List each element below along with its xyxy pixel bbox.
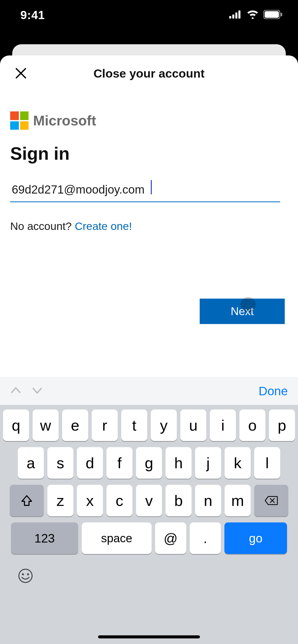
status-bar: 9:41 [0,0,298,30]
key-p[interactable]: p [269,409,295,441]
key-m[interactable]: m [225,485,251,516]
key-r[interactable]: r [92,409,118,441]
key-i[interactable]: i [210,409,236,441]
key-g[interactable]: g [136,447,162,479]
key-s[interactable]: s [47,447,73,479]
key-j[interactable]: j [195,447,221,479]
emoji-key[interactable] [17,568,34,585]
text-cursor [151,180,152,194]
key-d[interactable]: d [77,447,103,479]
backspace-icon [265,495,278,506]
key-y[interactable]: y [151,409,177,441]
svg-rect-2 [235,12,237,19]
svg-rect-1 [232,14,234,19]
status-indicators [229,10,283,20]
dot-key[interactable]: . [190,522,221,554]
keyboard-done-button[interactable]: Done [259,384,288,398]
key-u[interactable]: u [180,409,206,441]
signin-heading: Sign in [10,143,288,164]
go-key[interactable]: go [224,522,287,554]
keyboard-toolbar: Done [0,377,298,405]
key-a[interactable]: a [18,447,44,479]
sheet-header: Close your account [0,55,298,91]
svg-rect-3 [238,10,240,19]
key-k[interactable]: k [225,447,251,479]
svg-point-10 [27,573,29,575]
key-b[interactable]: b [166,485,192,516]
emoji-icon [17,568,34,584]
keyboard: Done qwertyuiop asdfghjkl zxcvbnm 123 sp… [0,377,298,644]
prev-field-button[interactable] [10,385,21,397]
key-f[interactable]: f [106,447,132,479]
shift-icon [21,495,33,506]
wifi-icon [247,10,259,20]
backspace-key[interactable] [254,485,288,516]
key-v[interactable]: v [136,485,162,516]
close-icon [15,67,27,79]
key-o[interactable]: o [239,409,265,441]
key-n[interactable]: n [195,485,221,516]
key-z[interactable]: z [47,485,73,516]
key-l[interactable]: l [254,447,280,479]
cellular-icon [229,10,242,20]
touch-indicator [240,297,256,312]
next-button[interactable]: Next [200,299,285,324]
microsoft-wordmark: Microsoft [33,112,96,129]
at-key[interactable]: @ [155,522,186,554]
home-indicator[interactable] [98,635,200,638]
svg-point-9 [22,573,24,575]
battery-icon [263,10,283,20]
microsoft-logo-row: Microsoft [10,111,288,130]
key-t[interactable]: t [121,409,147,441]
email-input[interactable] [10,182,280,202]
svg-rect-0 [229,16,231,19]
no-account-row: No account? Create one! [10,220,288,232]
chevron-down-icon [32,385,43,396]
no-account-text: No account? [10,220,75,232]
svg-rect-6 [281,13,282,16]
microsoft-logo-icon [10,111,29,130]
key-q[interactable]: q [3,409,29,441]
next-field-button[interactable] [32,385,43,397]
key-e[interactable]: e [62,409,88,441]
sheet-title: Close your account [93,66,205,80]
numbers-key[interactable]: 123 [11,522,78,554]
key-c[interactable]: c [106,485,132,516]
create-account-link[interactable]: Create one! [75,220,132,232]
status-time: 9:41 [20,8,45,22]
svg-point-8 [19,569,32,582]
key-h[interactable]: h [166,447,192,479]
space-key[interactable]: space [82,522,152,554]
chevron-up-icon [10,385,21,396]
key-w[interactable]: w [33,409,59,441]
key-x[interactable]: x [77,485,103,516]
svg-rect-5 [265,11,279,18]
shift-key[interactable] [10,485,44,516]
close-button[interactable] [13,65,29,81]
